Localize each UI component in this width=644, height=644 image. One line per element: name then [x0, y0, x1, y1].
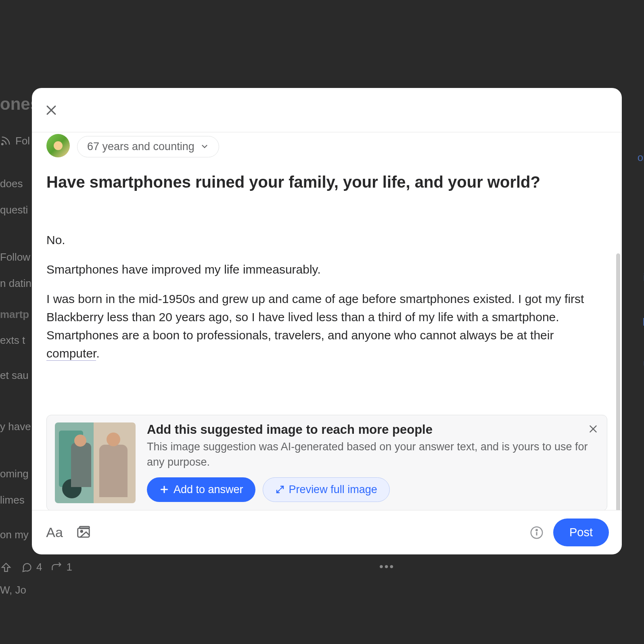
svg-rect-9 — [78, 528, 90, 537]
background-right-links: nily ompl ife? peo ur li — [638, 105, 644, 397]
author-avatar[interactable] — [46, 134, 70, 157]
upvote-icon — [0, 561, 12, 573]
plus-icon — [159, 484, 169, 495]
suggestion-content: Add this suggested image to reach more p… — [147, 422, 599, 503]
answer-editor[interactable]: No. Smartphones have improved my life im… — [46, 231, 607, 362]
author-row: 67 years and counting — [46, 136, 607, 157]
background-actions-row: 4 1 — [0, 561, 72, 573]
image-insert-button[interactable] — [74, 523, 93, 542]
chevron-down-icon — [200, 142, 209, 151]
answer-paragraph-1: No. — [46, 231, 607, 249]
info-button[interactable] — [530, 526, 544, 539]
suggestion-title: Add this suggested image to reach more p… — [147, 422, 599, 437]
credential-selector[interactable]: 67 years and counting — [77, 136, 219, 157]
suggestion-description: This image suggestion was AI-generated b… — [147, 439, 599, 470]
suggestion-close-button[interactable] — [587, 422, 600, 435]
info-icon — [530, 526, 544, 539]
preview-full-image-button[interactable]: Preview full image — [263, 477, 390, 502]
credential-label: 67 years and counting — [87, 140, 194, 153]
svg-point-10 — [81, 530, 83, 532]
svg-rect-11 — [80, 526, 90, 528]
suggested-image-thumbnail[interactable] — [55, 422, 136, 503]
modal-body: 67 years and counting Have smartphones r… — [32, 132, 622, 510]
close-icon — [588, 424, 598, 434]
suggestion-actions: Add to answer Preview full image — [147, 477, 599, 502]
svg-point-14 — [536, 529, 537, 530]
image-suggestion-card: Add this suggested image to reach more p… — [46, 415, 607, 510]
image-icon — [76, 525, 91, 540]
post-button[interactable]: Post — [553, 519, 609, 546]
comment-icon — [21, 562, 32, 573]
share-icon — [51, 562, 62, 573]
modal-footer: Aa Post — [32, 510, 622, 554]
modal-header — [32, 88, 622, 132]
scrollbar-thumb[interactable] — [616, 253, 620, 510]
computer-link[interactable]: computer — [46, 347, 96, 361]
question-title: Have smartphones ruined your family, you… — [46, 172, 607, 192]
answer-modal: 67 years and counting Have smartphones r… — [32, 88, 622, 554]
rss-icon — [0, 135, 11, 146]
svg-point-0 — [2, 143, 3, 145]
close-button[interactable] — [43, 102, 59, 118]
close-icon — [44, 103, 58, 117]
expand-icon — [275, 485, 285, 494]
answer-paragraph-2: Smartphones have improved my life immeas… — [46, 260, 607, 278]
add-to-answer-button[interactable]: Add to answer — [147, 477, 255, 502]
background-more-dots: ••• — [379, 560, 395, 573]
text-format-button[interactable]: Aa — [45, 523, 64, 542]
answer-paragraph-3: I was born in the mid-1950s and grew up … — [46, 290, 607, 362]
